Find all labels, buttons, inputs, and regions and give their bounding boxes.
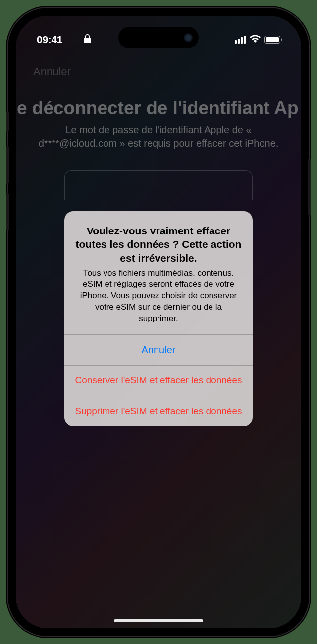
cancel-button-label: Annuler [142,344,176,356]
dynamic-island [118,27,199,48]
screen: 09:41 Annuler e déconnecter de l'identif [16,16,301,628]
status-right [235,35,280,45]
cellular-icon [235,36,246,44]
home-indicator[interactable] [114,619,203,622]
volume-down-button [6,193,9,230]
power-button [308,159,311,216]
wifi-icon [250,35,261,45]
volume-up-button [6,146,9,184]
status-left: 09:41 [37,34,91,46]
phone-frame: 09:41 Annuler e déconnecter de l'identif [8,8,309,636]
camera-lens [184,33,193,42]
alert-header: Voulez-vous vraiment effacer toutes les … [64,211,253,334]
confirmation-alert: Voulez-vous vraiment effacer toutes les … [64,211,253,426]
keep-esim-erase-label: Conserver l'eSIM et effacer les données [75,375,242,386]
silent-switch [6,112,9,132]
alert-message: Tous vos fichiers multimédias, contenus,… [75,268,242,324]
battery-icon [264,36,280,44]
status-time: 09:41 [37,34,62,46]
lock-icon [84,34,91,45]
keep-esim-erase-button[interactable]: Conserver l'eSIM et effacer les données [64,365,253,396]
delete-esim-erase-label: Supprimer l'eSIM et effacer les données [75,406,242,416]
cancel-button[interactable]: Annuler [64,334,253,365]
alert-title: Voulez-vous vraiment effacer toutes les … [75,224,242,265]
delete-esim-erase-button[interactable]: Supprimer l'eSIM et effacer les données [64,396,253,426]
